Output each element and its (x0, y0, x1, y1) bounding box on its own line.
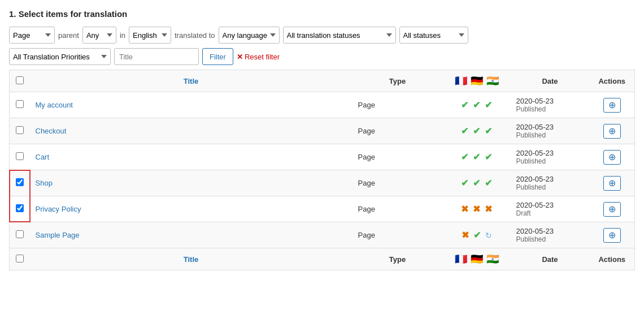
row-title-cell: My account (30, 92, 353, 118)
flags-column-header: 🇫🇷 🇩🇪 🇮🇳 (443, 70, 511, 92)
row-title-link[interactable]: Sample Page (36, 231, 80, 239)
row-title-link[interactable]: Privacy Policy (36, 205, 81, 213)
row-date-cell: 2020-05-23 Published (511, 144, 590, 170)
row-status-flags-cell: ✖ ✔ ↻ (443, 222, 511, 248)
date-value: 2020-05-23 (516, 97, 584, 105)
x-icon: ✕ (237, 53, 243, 61)
row-title-cell: Cart (30, 144, 353, 170)
date-column-header: Date (511, 70, 590, 92)
table-row: My account Page ✔ ✔ ✔ 2020-05-23 Publish… (10, 92, 635, 118)
row-actions-cell[interactable]: ⊕ (590, 118, 635, 144)
select-all-checkbox[interactable] (16, 76, 24, 84)
flag-fr-footer: 🇫🇷 (455, 253, 467, 265)
status-cross-in: ✖ (485, 204, 492, 214)
title-filter-input[interactable] (114, 48, 199, 65)
status-check-fr: ✔ (461, 178, 468, 188)
row-checkbox-cell[interactable] (10, 118, 30, 144)
status-check-fr: ✔ (461, 152, 468, 162)
select-all-header[interactable] (10, 70, 30, 92)
row-status-flags-cell: ✔ ✔ ✔ (443, 144, 511, 170)
status-check-in: ✔ (485, 100, 492, 110)
parent-select[interactable]: Any None (82, 27, 116, 44)
row-status-flags-cell: ✔ ✔ ✔ (443, 170, 511, 196)
row-status-flags-cell: ✔ ✔ ✔ (443, 92, 511, 118)
row-title-link[interactable]: Checkout (36, 127, 67, 135)
title-column-header[interactable]: Title (30, 70, 353, 92)
translate-action-button[interactable]: ⊕ (603, 150, 621, 165)
row-title-link[interactable]: Shop (36, 179, 53, 187)
row-checkbox[interactable] (16, 178, 24, 186)
language-select[interactable]: English French German (129, 27, 171, 44)
date-value: 2020-05-23 (516, 201, 584, 209)
type-select[interactable]: Page Post Category (9, 27, 55, 44)
row-actions-cell[interactable]: ⊕ (590, 196, 635, 222)
row-checkbox-cell[interactable] (10, 170, 30, 196)
actions-column-header: Actions (590, 70, 635, 92)
row-checkbox-cell[interactable] (10, 222, 30, 248)
footer-title-header[interactable]: Title (30, 248, 353, 270)
status-check-de: ✔ (473, 100, 480, 110)
translation-status-select[interactable]: All translation statuses Translated Untr… (283, 27, 396, 44)
row-actions-cell[interactable]: ⊕ (590, 144, 635, 170)
row-date-cell: 2020-05-23 Published (511, 222, 590, 248)
status-cross-fr: ✖ (462, 230, 469, 240)
row-title-cell: Shop (30, 170, 353, 196)
translate-action-button[interactable]: ⊕ (603, 98, 621, 113)
row-title-cell: Privacy Policy (30, 196, 353, 222)
row-checkbox[interactable] (16, 100, 24, 108)
row-checkbox[interactable] (16, 230, 24, 238)
row-checkbox-cell[interactable] (10, 196, 30, 222)
row-date-cell: 2020-05-23 Published (511, 92, 590, 118)
date-value: 2020-05-23 (516, 149, 584, 157)
status-check-de: ✔ (473, 230, 481, 240)
footer-select-all-checkbox[interactable] (16, 255, 24, 263)
row-actions-cell[interactable]: ⊕ (590, 92, 635, 118)
row-checkbox[interactable] (16, 204, 24, 212)
status-check-de: ✔ (473, 152, 480, 162)
status-check-fr: ✔ (461, 126, 468, 136)
table-row: Sample Page Page ✖ ✔ ↻ 2020-05-23 Publis… (10, 222, 635, 248)
row-checkbox-cell[interactable] (10, 92, 30, 118)
flag-de: 🇩🇪 (471, 75, 483, 87)
row-title-cell: Checkout (30, 118, 353, 144)
translate-action-button[interactable]: ⊕ (603, 228, 621, 243)
translate-action-button[interactable]: ⊕ (603, 124, 621, 139)
status-check-de: ✔ (473, 126, 480, 136)
row-type-cell: Page (353, 92, 443, 118)
date-value: 2020-05-23 (516, 123, 584, 131)
row-actions-cell[interactable]: ⊕ (590, 222, 635, 248)
row-status-flags-cell: ✔ ✔ ✔ (443, 118, 511, 144)
row-checkbox[interactable] (16, 126, 24, 134)
translated-to-select[interactable]: Any language French German Hindi (219, 27, 280, 44)
translate-action-button[interactable]: ⊕ (603, 202, 621, 217)
all-statuses-select[interactable]: All statuses Published Draft Pending Rev… (399, 27, 468, 44)
date-status: Draft (516, 209, 584, 217)
footer-date-header: Date (511, 248, 590, 270)
in-label: in (120, 31, 125, 40)
footer-actions-header: Actions (590, 248, 635, 270)
table-row: Cart Page ✔ ✔ ✔ 2020-05-23 Published ⊕ (10, 144, 635, 170)
footer-check-col[interactable] (10, 248, 30, 270)
translate-action-button[interactable]: ⊕ (603, 176, 621, 191)
table-footer-row: Title Type 🇫🇷 🇩🇪 🇮🇳 Date Actions (10, 248, 635, 270)
row-title-link[interactable]: My account (36, 101, 73, 109)
date-status: Published (516, 183, 584, 191)
flag-in-footer: 🇮🇳 (486, 253, 499, 265)
row-date-cell: 2020-05-23 Published (511, 170, 590, 196)
filter-button[interactable]: Filter (202, 48, 233, 65)
table-row-shop: Shop Page ✔ ✔ ✔ 2020-05-23 Published ⊕ (10, 170, 635, 196)
toolbar-row-1: Page Post Category parent Any None in En… (9, 27, 635, 44)
status-check-in: ✔ (485, 126, 492, 136)
reset-filter-link[interactable]: ✕ Reset filter (237, 53, 280, 61)
row-actions-cell[interactable]: ⊕ (590, 170, 635, 196)
page-title: 1. Select items for translation (9, 9, 635, 19)
row-date-cell: 2020-05-23 Published (511, 118, 590, 144)
priority-select[interactable]: All Translation Priorities High Medium L… (9, 48, 111, 65)
row-checkbox[interactable] (16, 152, 24, 160)
parent-label: parent (58, 31, 79, 40)
flag-in: 🇮🇳 (486, 75, 499, 87)
table-row-privacy: Privacy Policy Page ✖ ✖ ✖ 2020-05-23 Dra… (10, 196, 635, 222)
row-checkbox-cell[interactable] (10, 144, 30, 170)
flag-de-footer: 🇩🇪 (471, 253, 483, 265)
row-title-link[interactable]: Cart (36, 153, 50, 161)
